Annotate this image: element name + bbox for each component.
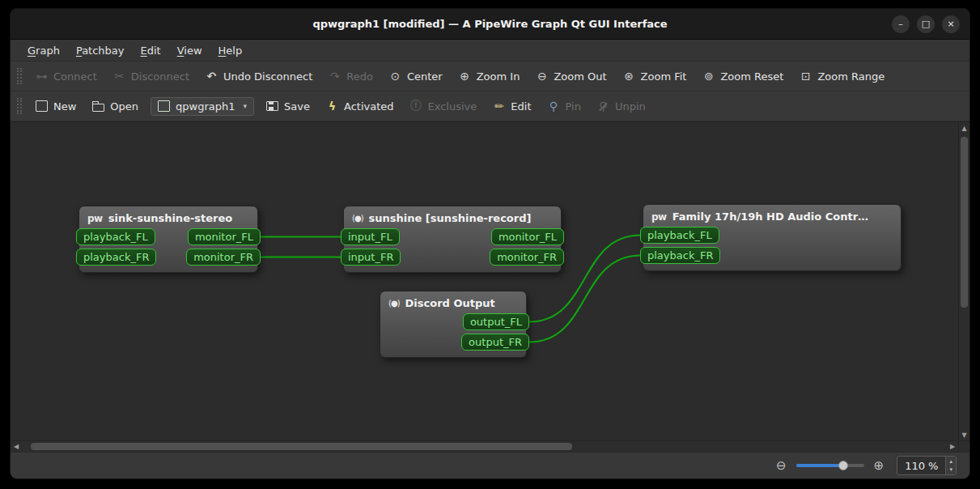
horizontal-scroll-track[interactable]	[22, 441, 947, 452]
node-family[interactable]: Family 17h/19h HD Audio Contr…playback_F…	[643, 204, 902, 271]
spin-up-icon[interactable]: ▴	[946, 457, 956, 466]
spin-down-icon[interactable]: ▾	[946, 466, 956, 474]
port-output_FR[interactable]: output_FR	[461, 334, 529, 351]
toolbar-label: Open	[110, 100, 138, 113]
port-monitor_FR[interactable]: monitor_FR	[186, 249, 261, 266]
window-controls: – □ ×	[892, 15, 969, 33]
window-title: qpwgraph1 [modified] — A PipeWire Graph …	[11, 18, 969, 30]
spin-arrows: ▴ ▾	[945, 457, 956, 474]
port-monitor_FL[interactable]: monitor_FL	[188, 228, 261, 245]
zoom-reset-icon	[702, 70, 715, 83]
pipewire-icon	[651, 211, 667, 223]
chevron-down-icon: ▾	[244, 102, 248, 110]
zoom-fit-button[interactable]: Zoom Fit	[616, 66, 694, 87]
zoom-spinbox[interactable]: 110 % ▴ ▾	[897, 456, 957, 475]
exclusive-icon	[410, 99, 422, 113]
graph-toolbar: ConnectDisconnectUndo DisconnectRedoCent…	[11, 62, 969, 91]
scroll-up-icon[interactable]: ▲	[959, 122, 969, 134]
horizontal-scroll-thumb[interactable]	[31, 443, 572, 450]
node-discord[interactable]: Discord Outputoutput_FLoutput_FR	[380, 291, 527, 358]
redo-icon	[329, 70, 341, 83]
zoom-slider[interactable]	[796, 464, 864, 467]
exclusive-button[interactable]: Exclusive	[403, 95, 485, 117]
save-button[interactable]: Save	[259, 96, 317, 117]
undo-disconnect-button[interactable]: Undo Disconnect	[198, 66, 320, 87]
port-monitor_FR[interactable]: monitor_FR	[490, 249, 564, 266]
port-input_FR[interactable]: input_FR	[341, 249, 401, 266]
disconnect-button[interactable]: Disconnect	[106, 66, 197, 87]
node-title: Discord Output	[405, 297, 495, 309]
menu-edit[interactable]: Edit	[134, 42, 168, 59]
zoom-out-icon[interactable]: ⊖	[776, 458, 787, 473]
patchbay-file-icon	[158, 100, 170, 112]
toolbar-label: qpwgraph1	[176, 100, 235, 113]
center-button[interactable]: Center	[382, 66, 450, 87]
vertical-scroll-track[interactable]	[959, 134, 969, 429]
maximize-icon: □	[922, 19, 930, 28]
unpin-button[interactable]: Unpin	[590, 96, 653, 117]
patchbay-combo[interactable]: qpwgraph1▾	[151, 97, 254, 116]
pipewire-icon	[87, 213, 103, 224]
node-title: Family 17h/19h HD Audio Contr…	[672, 210, 868, 223]
menubar: GraphPatchbayEditViewHelp	[11, 40, 969, 62]
zoom-slider-thumb[interactable]	[838, 461, 848, 470]
audio-app-icon	[352, 214, 363, 223]
zoom-in-button[interactable]: Zoom In	[452, 66, 528, 87]
port-playback_FL[interactable]: playback_FL	[640, 227, 719, 244]
node-sink[interactable]: sink-sunshine-stereoplayback_FLplayback_…	[78, 206, 258, 273]
zoom-in-icon[interactable]: ⊕	[874, 458, 885, 473]
node-sunshine[interactable]: sunshine [sunshine-record]input_FLinput_…	[343, 206, 562, 273]
new-button[interactable]: New	[28, 96, 83, 117]
close-button[interactable]: ×	[942, 15, 960, 33]
redo-button[interactable]: Redo	[321, 66, 380, 87]
graph-canvas[interactable]: sink-sunshine-stereoplayback_FLplayback_…	[11, 122, 958, 440]
toolbar-label: Exclusive	[428, 100, 477, 113]
toolbar-label: Zoom Range	[817, 70, 885, 83]
maximize-button[interactable]: □	[917, 15, 935, 33]
port-output_FL[interactable]: output_FL	[463, 313, 529, 330]
menu-help[interactable]: Help	[211, 42, 250, 59]
scroll-down-icon[interactable]: ▼	[959, 429, 969, 440]
toolbar-handle[interactable]	[17, 68, 22, 84]
port-playback_FR[interactable]: playback_FR	[640, 247, 720, 264]
zoom-value[interactable]: 110 %	[897, 457, 945, 474]
toolbar-label: Zoom Reset	[720, 70, 783, 83]
toolbar-label: Undo Disconnect	[223, 70, 312, 83]
connections-layer	[11, 122, 958, 440]
port-input_FL[interactable]: input_FL	[341, 228, 400, 245]
pin-icon	[548, 100, 560, 113]
port-playback_FL[interactable]: playback_FL	[76, 228, 155, 245]
menu-graph[interactable]: Graph	[20, 42, 67, 59]
vertical-scroll-thumb[interactable]	[961, 137, 968, 308]
zoom-out-button[interactable]: Zoom Out	[528, 66, 613, 87]
toolbar-handle[interactable]	[17, 98, 22, 114]
scrollbar-corner	[958, 441, 969, 452]
zoom-slider-fill	[796, 464, 844, 467]
activated-icon	[326, 100, 338, 113]
zoom-in-icon	[459, 70, 471, 83]
center-icon	[389, 70, 401, 83]
statusbar: ⊖ ⊕ 110 % ▴ ▾	[11, 452, 969, 478]
undo-icon	[206, 70, 218, 83]
connect-button[interactable]: Connect	[28, 66, 104, 87]
save-icon	[266, 101, 278, 111]
pin-button[interactable]: Pin	[541, 96, 588, 117]
toolbar-label: Activated	[344, 100, 394, 113]
open-button[interactable]: Open	[85, 96, 146, 117]
minimize-button[interactable]: –	[892, 15, 910, 33]
audio-app-icon	[388, 299, 400, 308]
vertical-scrollbar[interactable]: ▲ ▼	[958, 122, 969, 440]
toolbar-label: Edit	[511, 100, 531, 113]
scroll-right-icon[interactable]: ▶	[947, 441, 958, 452]
scroll-left-icon[interactable]: ◀	[11, 441, 22, 452]
zoom-range-button[interactable]: Zoom Range	[792, 66, 892, 87]
zoom-reset-button[interactable]: Zoom Reset	[695, 66, 791, 87]
menu-patchbay[interactable]: Patchbay	[69, 42, 132, 59]
port-monitor_FL[interactable]: monitor_FL	[491, 228, 564, 245]
titlebar[interactable]: qpwgraph1 [modified] — A PipeWire Graph …	[11, 9, 969, 40]
activated-button[interactable]: Activated	[319, 96, 401, 117]
toolbar-label: Zoom Out	[554, 70, 606, 83]
menu-view[interactable]: View	[170, 42, 210, 59]
edit-button[interactable]: Edit	[486, 96, 538, 117]
port-playback_FR[interactable]: playback_FR	[76, 249, 156, 266]
